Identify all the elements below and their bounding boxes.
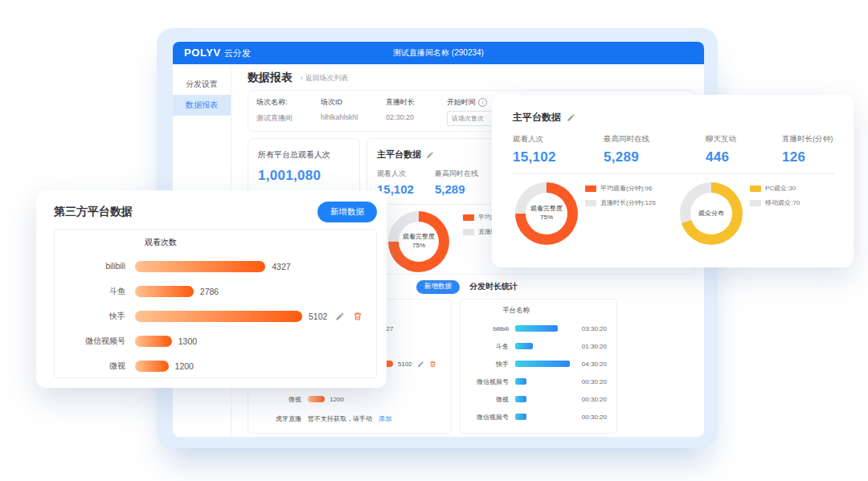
stat-peak-online: 最高同时在线 5,289 bbox=[604, 134, 706, 165]
bar bbox=[515, 361, 570, 367]
edit-icon[interactable] bbox=[335, 312, 345, 321]
bar bbox=[515, 343, 533, 349]
bar bbox=[515, 325, 558, 332]
duration-chart-card: 平台名称 bilibili03:30:20 斗鱼01:30:20 快手04:30… bbox=[460, 299, 617, 434]
session-id-label: 场次ID bbox=[321, 97, 386, 108]
session-id-field: 场次ID hlhlkahlskhl bbox=[321, 97, 386, 131]
add-data-button[interactable]: 新增数据 bbox=[416, 280, 460, 294]
back-to-session-list-link[interactable]: ‹ 返回场次列表 bbox=[301, 73, 349, 84]
bar bbox=[135, 361, 169, 372]
screenshot-canvas: POLYV 云分发 测试直播间名称 (290234) 分发设置 数据报表 数据报… bbox=[0, 0, 868, 481]
chart-row: 微视00:30:20 bbox=[467, 390, 610, 408]
overlay-platform-title: 主平台数据 bbox=[513, 111, 561, 124]
start-time-label: 开始时间 bbox=[447, 97, 476, 108]
total-views-value: 1,001,080 bbox=[258, 168, 350, 184]
third-party-overlay-card: 第三方平台数据 新增数据 观看次数 bilibili4327 斗鱼2786 快手… bbox=[36, 190, 387, 388]
add-manually-link[interactable]: 添加 bbox=[379, 414, 391, 423]
bar bbox=[515, 378, 526, 385]
session-name-label: 场次名称: bbox=[256, 97, 321, 108]
delete-icon[interactable] bbox=[429, 361, 436, 368]
brand-logo: POLYV 云分发 bbox=[184, 47, 251, 59]
donut-legend: PC观众:30 移动观众:70 bbox=[750, 184, 827, 213]
audience-donut-chart: 观众分布 bbox=[680, 182, 743, 245]
bar bbox=[135, 311, 302, 322]
donut-legend: 平均观看(分钟):96 直播时长(分钟):126 bbox=[585, 184, 662, 213]
stat-chat-interactions: 聊天互动 446 bbox=[706, 134, 782, 165]
delete-icon[interactable] bbox=[353, 312, 362, 321]
chart-row: 微信视频号00:30:20 bbox=[467, 373, 610, 390]
start-time-dropdown[interactable]: 该场次首次 bbox=[447, 111, 498, 126]
legend-swatch bbox=[750, 200, 761, 206]
legend-swatch bbox=[463, 229, 474, 235]
live-duration-value: 02:30:20 bbox=[386, 113, 447, 121]
window-title: 测试直播间名称 (290234) bbox=[173, 47, 704, 59]
stat-viewers: 观看人次 15,102 bbox=[513, 134, 604, 165]
page-title: 数据报表 bbox=[248, 71, 293, 85]
chart-row: 微信视频号00:30:20 bbox=[467, 408, 610, 426]
session-name-value: 测试直播间 bbox=[256, 113, 321, 124]
legend-swatch bbox=[750, 185, 761, 192]
info-icon: i bbox=[478, 98, 487, 107]
bar bbox=[135, 336, 172, 347]
stat-viewers: 观看人次 15,102 bbox=[377, 169, 435, 196]
brand-name: POLYV bbox=[184, 47, 221, 59]
bar bbox=[515, 396, 526, 402]
chart-row: bilibili03:30:20 bbox=[467, 320, 610, 337]
chart-row: 微视1200 bbox=[55, 353, 376, 378]
edit-icon[interactable] bbox=[567, 113, 575, 122]
chart-row: 快手5102 bbox=[55, 304, 376, 328]
chart-row: 斗鱼01:30:20 bbox=[467, 337, 610, 355]
dotted-divider bbox=[513, 173, 834, 174]
edit-icon[interactable] bbox=[426, 151, 434, 159]
bar bbox=[135, 261, 265, 272]
chart-row: 微信视频号1300 bbox=[55, 328, 376, 353]
duration-section-title: 分发时长统计 bbox=[469, 281, 518, 292]
sidebar-item-distribution-settings[interactable]: 分发设置 bbox=[173, 74, 231, 95]
total-views-label: 所有平台总观看人次 bbox=[258, 149, 350, 161]
legend-swatch bbox=[585, 200, 596, 206]
bar bbox=[135, 286, 194, 297]
third-party-title: 第三方平台数据 bbox=[54, 205, 133, 219]
live-duration-field: 直播时长 02:30:20 bbox=[386, 97, 447, 131]
completion-donut-chart: 观看完整度 75% bbox=[515, 182, 578, 245]
duration-chart-header: 平台名称 bbox=[502, 306, 610, 320]
views-chart-title: 观看次数 bbox=[145, 237, 376, 254]
chart-row: bilibili4327 bbox=[55, 254, 376, 279]
legend-swatch bbox=[585, 185, 596, 192]
stat-live-minutes: 直播时长(分钟) 126 bbox=[782, 134, 833, 165]
chart-row: 斗鱼2786 bbox=[55, 279, 376, 304]
completion-donut-chart: 观看完整度 75% bbox=[388, 211, 449, 272]
session-id-value: hlhlkahlskhl bbox=[321, 113, 386, 121]
huya-footnote: 虎牙直播 暂不支持获取，请手动 添加 bbox=[255, 410, 444, 427]
chart-row: 微视1200 bbox=[255, 390, 444, 408]
bar bbox=[515, 414, 526, 420]
views-chart-box: 观看次数 bilibili4327 斗鱼2786 快手5102 微信视频号130… bbox=[54, 229, 377, 378]
edit-icon[interactable] bbox=[417, 361, 424, 368]
bar bbox=[308, 396, 325, 402]
sidebar-item-data-report[interactable]: 数据报表 bbox=[173, 95, 231, 116]
main-platform-overlay-card: 主平台数据 观看人次 15,102 最高同时在线 5,289 聊天互动 446 … bbox=[492, 95, 854, 267]
chart-row: 快手04:30:20 bbox=[467, 355, 610, 373]
session-name-field: 场次名称: 测试直播间 bbox=[256, 97, 321, 131]
brand-suffix: 云分发 bbox=[224, 47, 251, 59]
live-duration-label: 直播时长 bbox=[386, 97, 447, 108]
app-header: POLYV 云分发 测试直播间名称 (290234) bbox=[173, 42, 704, 64]
stat-peak-online: 最高同时在线 5,289 bbox=[435, 169, 493, 196]
add-data-button[interactable]: 新增数据 bbox=[317, 202, 377, 222]
main-platform-title: 主平台数据 bbox=[377, 149, 421, 161]
legend-swatch bbox=[463, 214, 474, 221]
